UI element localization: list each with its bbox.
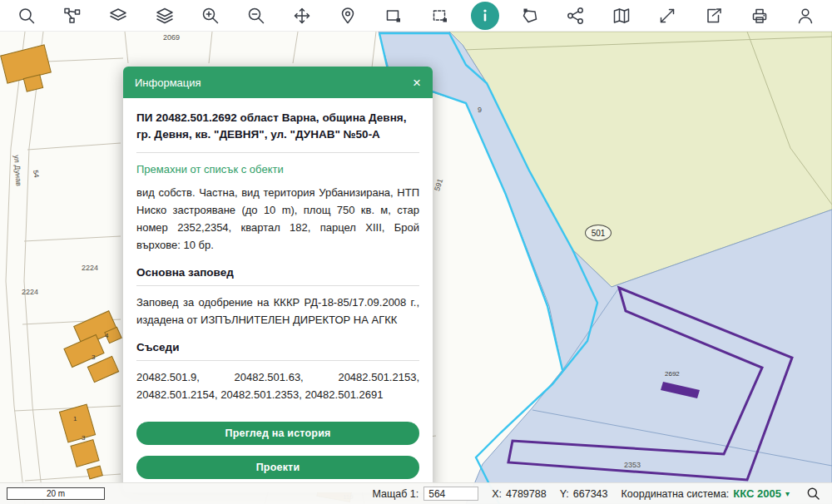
map-label: 2353 [624, 462, 641, 469]
select-extent-icon [431, 7, 449, 25]
tool-locate[interactable] [333, 1, 363, 31]
map-label: 1 [73, 416, 77, 422]
export-icon [705, 7, 723, 25]
tool-print[interactable] [745, 1, 775, 31]
tool-select-polygon[interactable] [515, 1, 545, 31]
map-label: 2692 [665, 371, 680, 378]
tool-export[interactable] [699, 1, 729, 31]
map-label: 2069 [163, 34, 180, 42]
section-heading-neighbours: Съседи [136, 329, 419, 361]
tool-pan[interactable] [287, 1, 317, 31]
zoom-in-icon [201, 7, 220, 25]
y-value: 667343 [573, 488, 608, 500]
info-panel: Информация × ПИ 20482.501.2692 област Ва… [123, 67, 433, 492]
x-value: 4789788 [506, 488, 547, 500]
tool-account[interactable] [790, 1, 820, 31]
x-label: X: [492, 488, 502, 500]
tool-zoom-in[interactable] [196, 1, 225, 31]
search-icon [806, 487, 820, 501]
tool-info[interactable] [471, 2, 499, 30]
crs-label: Координатна система: [622, 488, 730, 500]
main-toolbar [0, 0, 832, 32]
tool-map-sheets[interactable] [607, 1, 636, 31]
y-label: Y: [560, 488, 569, 500]
share-icon [567, 7, 585, 25]
map-label: 2224 [82, 264, 98, 272]
road-sign-label: 501 [592, 229, 606, 238]
scale-bar: 20 m [7, 487, 105, 500]
parcel-title: ПИ 20482.501.2692 област Варна, община Д… [136, 100, 419, 153]
print-icon [750, 7, 769, 25]
basemap-icon [109, 7, 127, 25]
statusbar-search-button[interactable] [806, 487, 820, 501]
section-text-neighbours: 20482.501.9, 20482.501.63, 20482.501.215… [136, 368, 419, 403]
parcel-details: вид собств. Частна, вид територия Урбани… [136, 184, 419, 254]
info-panel-title: Информация [135, 77, 201, 89]
tool-basemap[interactable] [103, 1, 133, 31]
map-label: 4 [105, 333, 108, 339]
road-sign-501: 501 [585, 225, 612, 241]
tool-layers[interactable] [150, 1, 180, 31]
close-icon[interactable]: × [413, 76, 421, 90]
zoom-out-icon [247, 7, 265, 25]
scale-label: Мащаб 1: [372, 488, 418, 500]
map-label: 9 [478, 106, 482, 114]
projects-button[interactable]: Проекти [136, 456, 419, 479]
folded-map-icon [612, 7, 631, 25]
section-text-order: Заповед за одобрение на КККР РД-18-85/17… [136, 294, 419, 329]
tool-share[interactable] [561, 1, 591, 31]
crs-value[interactable]: ККС 2005 [733, 487, 781, 500]
map-label: 3 [82, 435, 85, 442]
map-label: 3 [92, 354, 95, 361]
measure-icon [658, 7, 676, 25]
tool-measure[interactable] [652, 1, 682, 31]
layers-icon [156, 7, 174, 25]
remove-from-list-link[interactable]: Премахни от списък с обекти [136, 163, 419, 175]
status-bar: 20 m Мащаб 1: X: 4789788 Y: 667343 Коорд… [0, 482, 832, 504]
user-icon [796, 7, 815, 25]
search-icon [17, 7, 36, 25]
info-icon [476, 7, 494, 25]
info-panel-header: Информация × [123, 67, 433, 98]
tool-zoom-out[interactable] [241, 1, 271, 31]
scale-input[interactable] [423, 487, 478, 501]
street-label: ул Дунав [12, 155, 22, 186]
tool-select-rectangle[interactable] [379, 1, 409, 31]
history-button[interactable]: Преглед на история [136, 422, 419, 445]
location-pin-icon [339, 7, 357, 25]
tool-select-features[interactable] [57, 1, 87, 31]
tool-select-extent[interactable] [425, 1, 455, 31]
pan-icon [293, 7, 311, 25]
crs-dropdown-icon[interactable]: ▾ [785, 489, 790, 498]
select-polygon-icon [521, 7, 539, 25]
info-panel-body: ПИ 20482.501.2692 област Варна, община Д… [123, 98, 433, 492]
section-heading-order: Основна заповед [136, 254, 419, 286]
map-label: 2224 [22, 289, 38, 296]
select-features-icon [63, 7, 82, 25]
tool-search[interactable] [12, 1, 42, 31]
select-rectangle-icon [384, 7, 403, 25]
map-label: 54 [32, 170, 39, 178]
